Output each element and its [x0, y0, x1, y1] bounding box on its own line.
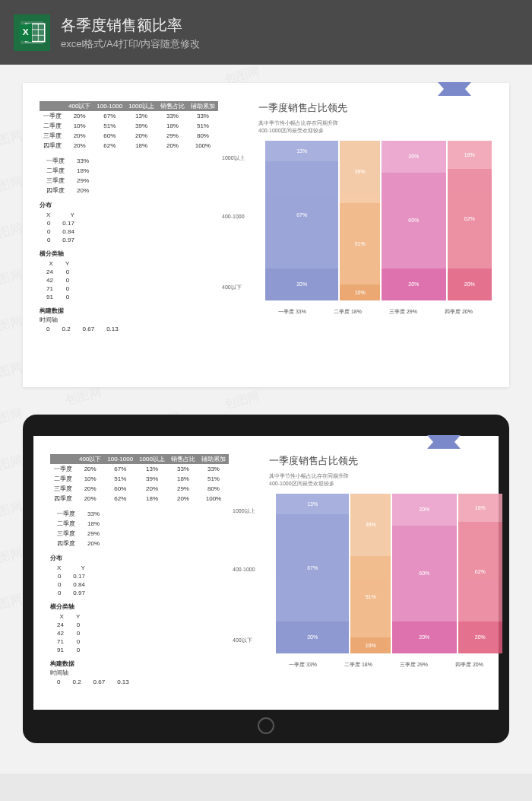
- build-block: 构建数据时间轴00.20.670.13: [50, 660, 255, 687]
- table-row: 00.97: [41, 237, 80, 243]
- header-bar: X 各季度销售额比率 excel格式/A4打印/内容随意修改: [0, 0, 532, 65]
- sheet-preview-paper: 400以下100-10001000以上销售占比辅助累加一季度20%67%13%3…: [23, 83, 509, 387]
- dist-block: 分布XY00.1700.8400.97: [40, 201, 245, 245]
- table-row: 一季度33%: [52, 510, 105, 518]
- cell: 29%: [168, 484, 198, 494]
- y-axis-label: 1000以上: [222, 154, 245, 162]
- bar-segment: 60%: [392, 526, 457, 621]
- bar-segment: 60%: [382, 173, 446, 269]
- cell: 20%: [76, 494, 104, 504]
- cell: 20%: [125, 131, 157, 141]
- bar-column: 20%62%18%: [448, 141, 492, 300]
- cell: 18%: [168, 474, 198, 484]
- axis-block: 横分类轴XY240420710910: [50, 602, 255, 655]
- table-row: 二季度18%: [41, 167, 94, 175]
- x-axis-label: 二季度 18%: [320, 308, 375, 316]
- x-axis-label: 四季度 20%: [442, 661, 497, 669]
- x-axis-label: 一季度 33%: [275, 661, 331, 669]
- cell: 60%: [93, 131, 125, 141]
- ribbon-marker: [427, 435, 461, 450]
- cell: 三季度: [50, 484, 76, 494]
- table-row: 240: [41, 269, 74, 275]
- cell: 20%: [65, 141, 93, 151]
- bar-segment: 20%: [392, 494, 457, 526]
- sheet-preview-tablet: 400以下100-10001000以上销售占比辅助累加一季度20%67%13%3…: [33, 436, 499, 710]
- x-axis-label: 三季度 29%: [375, 308, 431, 316]
- pct-table: 一季度33%二季度18%三季度29%四季度20%: [50, 508, 255, 549]
- bar-segment: 67%: [265, 161, 338, 269]
- bar-column: 20%60%20%: [392, 494, 457, 653]
- cell: 51%: [104, 474, 136, 484]
- chart-title: 一季度销售占比领先: [258, 101, 492, 115]
- stacked-bar-chart: 1000以上400-1000400以下20%67%13%10%51%39%20%…: [269, 494, 497, 669]
- ribbon-marker: [438, 82, 471, 97]
- y-axis-label: 400以下: [233, 637, 252, 644]
- svg-marker-8: [438, 82, 471, 96]
- cell: 13%: [136, 464, 168, 474]
- chart-subtitle: 其中季节性小幅占比存在同期升降400-1000区间最受欢迎较多: [258, 119, 492, 135]
- cell: 39%: [136, 474, 168, 484]
- bar-segment: 20%: [382, 269, 446, 300]
- data-tables: 400以下100-10001000以上销售占比辅助累加一季度20%67%13%3…: [50, 454, 255, 691]
- bar-column: 20%67%13%: [276, 494, 349, 653]
- table-row: 一季度20%67%13%33%33%: [40, 111, 218, 121]
- cell: 20%: [65, 111, 93, 121]
- table-row: 00.84: [41, 228, 80, 235]
- y-axis-label: 400以下: [222, 284, 242, 291]
- preview-canvas: 包图网包图网包图网包图网 包图网包图网包图网包图网 包图网包图网包图网包图网 包…: [0, 65, 532, 774]
- table-row: 二季度10%51%39%18%51%: [50, 474, 229, 484]
- x-axis-label: 四季度 20%: [431, 308, 486, 316]
- col-header: [50, 454, 76, 464]
- main-table: 400以下100-10001000以上销售占比辅助累加一季度20%67%13%3…: [50, 454, 229, 504]
- x-axis-label: 三季度 29%: [386, 661, 442, 669]
- table-row: 三季度29%: [52, 529, 105, 538]
- bar-segment: 18%: [448, 141, 492, 170]
- x-axis: 一季度 33%二季度 18%三季度 29%四季度 20%: [275, 661, 497, 669]
- tablet-frame: 400以下100-10001000以上销售占比辅助累加一季度20%67%13%3…: [23, 415, 509, 743]
- y-axis-label: 400-1000: [222, 214, 245, 219]
- cell: 20%: [76, 484, 104, 494]
- pct-table: 一季度33%二季度18%三季度29%四季度20%: [40, 155, 245, 196]
- bar-segment: 13%: [276, 494, 349, 514]
- bar-segment: 39%: [350, 494, 391, 556]
- cell: 20%: [76, 464, 104, 474]
- cell: 67%: [104, 464, 136, 474]
- table-row: 00.97: [52, 590, 90, 596]
- page-subtitle: excel格式/A4打印/内容随意修改: [61, 37, 200, 52]
- table-row: 00.17: [41, 220, 80, 227]
- chart-area: 一季度销售占比领先其中季节性小幅占比存在同期升降400-1000区间最受欢迎较多…: [258, 101, 492, 369]
- bar-segment: 62%: [448, 169, 492, 268]
- table-row: 三季度20%60%20%29%80%: [40, 131, 218, 141]
- col-header: 400以下: [65, 101, 93, 111]
- bar-segment: 20%: [448, 269, 492, 300]
- table-row: 710: [41, 285, 74, 292]
- cell: 18%: [125, 141, 157, 151]
- cell: 33%: [157, 111, 188, 121]
- cell: 三季度: [40, 131, 65, 141]
- y-axis-label: 400-1000: [233, 567, 255, 572]
- cell: 10%: [65, 121, 93, 131]
- table-row: 00.84: [52, 581, 90, 588]
- axis-block: 横分类轴XY240420710910: [40, 250, 245, 302]
- bar-segment: 10%: [350, 637, 391, 653]
- cell: 33%: [198, 464, 229, 474]
- stacked-bar-chart: 1000以上400-1000400以下20%67%13%10%51%39%20%…: [258, 141, 486, 316]
- cell: 二季度: [40, 121, 65, 131]
- table-row: 四季度20%: [52, 539, 105, 548]
- cell: 51%: [198, 474, 229, 484]
- main-table: 400以下100-10001000以上销售占比辅助累加一季度20%67%13%3…: [40, 101, 218, 151]
- table-row: 910: [41, 294, 74, 300]
- cell: 18%: [157, 121, 188, 131]
- table-row: 一季度33%: [41, 157, 94, 165]
- table-row: 四季度20%62%18%20%100%: [50, 494, 229, 504]
- table-row: 00.17: [52, 573, 90, 580]
- table-row: 四季度20%62%18%20%100%: [40, 141, 218, 151]
- cell: 62%: [104, 494, 136, 504]
- cell: 60%: [104, 484, 136, 494]
- tablet-home-button: [258, 717, 274, 734]
- cell: 62%: [93, 141, 125, 151]
- bar-column: 10%51%39%: [340, 141, 380, 300]
- bar-segment: 51%: [340, 203, 380, 284]
- col-header: 100-1000: [104, 454, 136, 464]
- bar-segment: 67%: [276, 514, 349, 621]
